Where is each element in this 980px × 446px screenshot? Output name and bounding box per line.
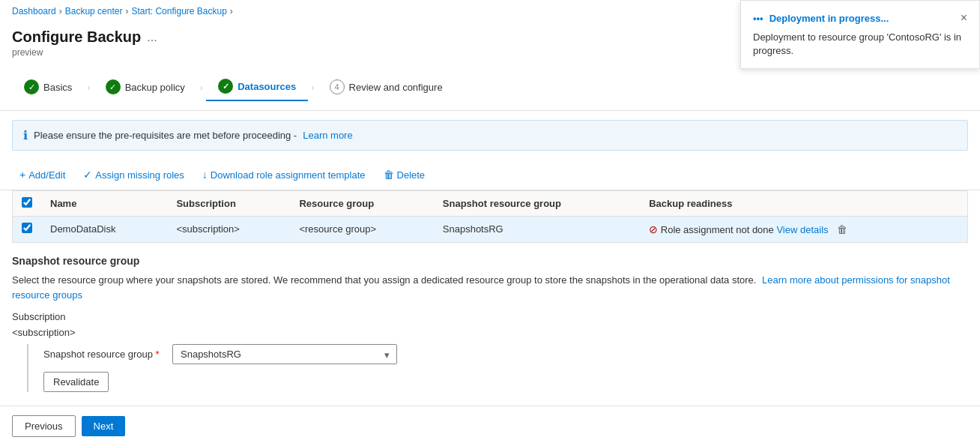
table-row: DemoDataDisk <subscription> <resource gr…: [13, 217, 967, 242]
subscription-label: Subscription: [12, 311, 66, 322]
readiness-text: Role assignment not done: [661, 224, 774, 235]
col-readiness: Backup readiness: [640, 191, 967, 217]
row-name: DemoDataDisk: [41, 217, 167, 242]
wizard-steps: ✓ Basics › ✓ Backup policy › ✓ Datasourc…: [0, 64, 980, 111]
step-datasources-icon: ✓: [218, 79, 233, 94]
snapshot-desc-text: Select the resource group where your sna…: [12, 274, 756, 286]
col-subscription: Subscription: [167, 191, 290, 217]
col-name: Name: [41, 191, 167, 217]
row-readiness: ⊘ Role assignment not done View details …: [640, 217, 967, 242]
error-icon: ⊘: [649, 223, 658, 235]
step-basics-label: Basics: [43, 82, 72, 93]
breadcrumb-configure-backup[interactable]: Start: Configure Backup: [131, 6, 226, 16]
add-icon: +: [19, 169, 25, 181]
step-review-icon: 4: [330, 79, 345, 94]
step-basics[interactable]: ✓ Basics: [12, 73, 84, 100]
info-text: Please ensure the pre-requisites are met…: [34, 130, 297, 141]
row-checkbox[interactable]: [22, 223, 32, 233]
toolbar: + Add/Edit ✓ Assign missing roles ↓ Down…: [0, 160, 980, 190]
add-edit-button[interactable]: + Add/Edit: [12, 166, 73, 184]
notification-header: ••• Deployment in progress... ×: [753, 11, 967, 25]
select-all-checkbox[interactable]: [22, 197, 32, 208]
delete-button[interactable]: 🗑 Delete: [376, 166, 433, 184]
row-delete-icon[interactable]: 🗑: [837, 223, 847, 235]
snapshot-section: Snapshot resource group Select the resou…: [0, 243, 980, 404]
subscription-value: <subscription>: [12, 327, 76, 338]
breadcrumb-dashboard[interactable]: Dashboard: [12, 6, 56, 16]
snapshot-section-title: Snapshot resource group: [12, 255, 968, 267]
notification-panel: ••• Deployment in progress... × Deployme…: [740, 0, 980, 69]
required-marker: *: [156, 349, 160, 360]
download-template-label: Download role assignment template: [211, 169, 366, 181]
notification-dots: •••: [753, 13, 763, 24]
info-icon: ℹ: [23, 128, 28, 142]
row-subscription: <subscription>: [167, 217, 290, 242]
delete-label: Delete: [397, 169, 426, 181]
assign-roles-button[interactable]: ✓ Assign missing roles: [76, 166, 192, 184]
row-resource-group: <resource group>: [290, 217, 433, 242]
more-options-icon[interactable]: ...: [147, 31, 157, 44]
col-resource-group: Resource group: [290, 191, 433, 217]
delete-icon: 🗑: [384, 169, 394, 181]
download-template-button[interactable]: ↓ Download role assignment template: [195, 166, 373, 184]
step-basics-icon: ✓: [24, 79, 39, 94]
revalidate-button[interactable]: Revalidate: [43, 372, 109, 392]
snapshot-rg-select-wrapper: SnapshotsRG ▾: [172, 344, 397, 364]
notification-title-text: Deployment in progress...: [769, 13, 889, 24]
subscription-row: Subscription: [12, 311, 968, 322]
check-icon: ✓: [83, 169, 92, 181]
step-datasources-label: Datasources: [238, 81, 296, 92]
snapshot-rg-label: Snapshot resource group *: [43, 349, 163, 360]
resource-group-value: <resource group>: [299, 223, 376, 235]
step-backup-policy[interactable]: ✓ Backup policy: [94, 73, 197, 100]
page-title: Configure Backup: [12, 28, 141, 46]
step-datasources[interactable]: ✓ Datasources: [206, 73, 308, 101]
step-backup-policy-label: Backup policy: [125, 82, 185, 93]
add-edit-label: Add/Edit: [28, 169, 65, 181]
snapshot-section-desc: Select the resource group where your sna…: [12, 273, 968, 302]
view-details-link[interactable]: View details: [776, 224, 828, 235]
learn-more-link[interactable]: Learn more: [303, 130, 352, 141]
row-snapshot-rg: SnapshotsRG: [434, 217, 640, 242]
notification-title: ••• Deployment in progress...: [753, 13, 889, 24]
datasources-table: Name Subscription Resource group Snapsho…: [12, 190, 968, 243]
assign-roles-label: Assign missing roles: [95, 169, 184, 181]
download-icon: ↓: [202, 169, 208, 181]
step-review[interactable]: 4 Review and configure: [318, 73, 455, 100]
info-banner: ℹ Please ensure the pre-requisites are m…: [12, 120, 968, 151]
snapshot-rg-select[interactable]: SnapshotsRG: [172, 344, 397, 364]
notification-close-button[interactable]: ×: [961, 11, 967, 25]
breadcrumb-backup-center[interactable]: Backup center: [65, 6, 123, 16]
step-review-label: Review and configure: [349, 82, 443, 93]
col-snapshot-rg: Snapshot resource group: [434, 191, 640, 217]
notification-body: Deployment to resource group 'ContosoRG'…: [753, 31, 967, 58]
step-backup-policy-icon: ✓: [106, 79, 121, 94]
